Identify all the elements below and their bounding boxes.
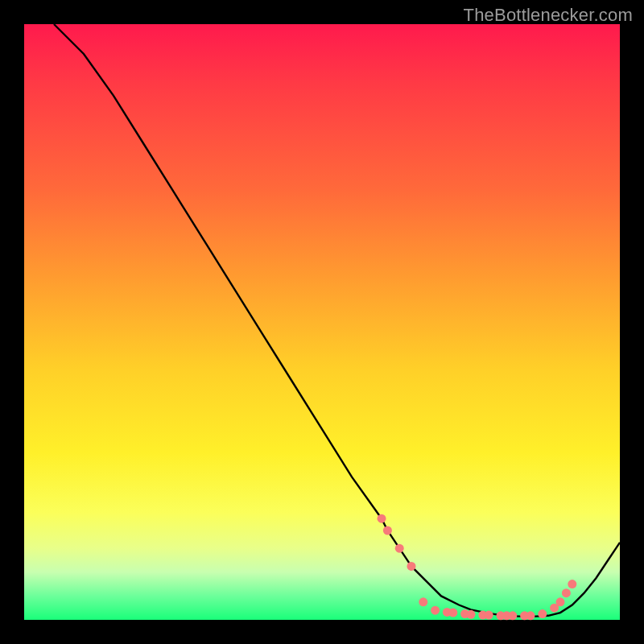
data-marker bbox=[378, 514, 386, 523]
data-marker bbox=[508, 611, 517, 620]
chart-frame: TheBottlenecker.com bbox=[0, 0, 644, 644]
watermark-text: TheBottlenecker.com bbox=[464, 5, 633, 26]
data-markers bbox=[378, 514, 577, 621]
data-marker bbox=[562, 588, 571, 597]
data-marker bbox=[526, 611, 535, 620]
data-marker bbox=[467, 610, 476, 619]
data-marker bbox=[485, 611, 493, 620]
data-marker bbox=[538, 609, 547, 618]
data-marker bbox=[431, 606, 440, 615]
data-marker bbox=[419, 597, 427, 606]
data-marker bbox=[448, 609, 457, 617]
data-marker bbox=[383, 526, 392, 535]
curve-line bbox=[54, 24, 620, 617]
chart-overlay bbox=[24, 24, 620, 620]
data-marker bbox=[568, 580, 576, 588]
data-marker bbox=[556, 597, 565, 606]
data-marker bbox=[407, 562, 416, 571]
data-marker bbox=[395, 544, 404, 553]
